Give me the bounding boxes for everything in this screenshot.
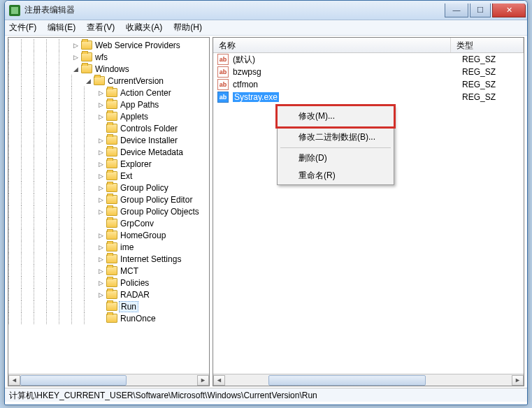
registry-tree[interactable]: ▷Web Service Providers▷wfs◢Windows◢Curre… (8, 38, 209, 374)
scroll-left-icon[interactable]: ◄ (8, 375, 20, 386)
expand-icon[interactable]: ▷ (96, 89, 105, 97)
ctx-delete[interactable]: 删除(D) (278, 150, 394, 167)
ctx-modify-binary[interactable]: 修改二进制数据(B)... (278, 129, 394, 146)
menu-edit[interactable]: 编辑(E) (48, 22, 76, 34)
expand-icon[interactable]: ▷ (96, 112, 105, 121)
list-pane: 名称 类型 ab(默认)REG_SZabbzwpsgREG_SZabctfmon… (213, 37, 524, 386)
tree-item[interactable]: ▷MCT (8, 265, 209, 277)
expand-icon[interactable]: ▷ (96, 255, 105, 263)
minimize-button[interactable]: — (445, 3, 468, 17)
tree-hscroll[interactable]: ◄ ► (8, 374, 209, 386)
expand-icon[interactable] (96, 124, 105, 133)
tree-item[interactable]: ▷Device Installer (8, 134, 209, 146)
close-button[interactable]: ✕ (492, 3, 526, 17)
tree-item[interactable]: ▷Applets (8, 110, 209, 122)
expand-icon[interactable]: ▷ (96, 148, 105, 156)
expand-icon[interactable]: ▷ (96, 231, 105, 240)
string-value-icon: ab (217, 54, 229, 65)
expand-icon[interactable]: ▷ (71, 53, 80, 61)
tree-item[interactable]: ▷Internet Settings (8, 253, 209, 265)
tree-item[interactable]: ▷wfs (8, 51, 209, 63)
scroll-left-icon[interactable]: ◄ (213, 375, 225, 386)
tree-item[interactable]: ▷Ext (8, 170, 209, 182)
expand-icon[interactable]: ▷ (96, 184, 105, 192)
ctx-modify[interactable]: 修改(M)... (275, 104, 396, 129)
col-type[interactable]: 类型 (451, 38, 524, 52)
tree-item[interactable]: ◢CurrentVersion (8, 75, 209, 87)
tree-item[interactable]: GrpConv (8, 217, 209, 229)
value-type: REG_SZ (456, 80, 496, 89)
expand-icon[interactable] (96, 314, 105, 323)
folder-icon (106, 88, 117, 97)
tree-label: Windows (95, 64, 129, 74)
folder-icon (81, 64, 92, 73)
status-bar: 计算机\HKEY_CURRENT_USER\Software\Microsoft… (5, 388, 527, 402)
list-hscroll[interactable]: ◄ ► (213, 374, 524, 386)
tree-item[interactable]: ▷RADAR (8, 289, 209, 300)
tree-label: ime (120, 242, 134, 252)
tree-label: Applets (120, 112, 148, 122)
folder-icon (106, 171, 117, 180)
tree-item[interactable]: ▷Web Service Providers (8, 39, 209, 51)
list-header: 名称 类型 (213, 38, 524, 53)
folder-icon (106, 266, 117, 275)
menu-help[interactable]: 帮助(H) (173, 22, 202, 34)
expand-icon[interactable]: ◢ (84, 77, 92, 85)
expand-icon[interactable]: ▷ (96, 160, 105, 168)
context-menu: 修改(M)... 修改二进制数据(B)... 删除(D) 重命名(R) (277, 105, 394, 185)
folder-icon (81, 52, 92, 61)
tree-item[interactable]: ▷Device Metadata (8, 146, 209, 158)
value-type: REG_SZ (456, 67, 496, 77)
value-row[interactable]: abctfmonREG_SZ (213, 78, 524, 91)
tree-label: Group Policy Objects (120, 207, 199, 217)
folder-icon (106, 302, 117, 311)
expand-icon[interactable]: ▷ (96, 136, 105, 145)
expand-icon[interactable]: ▷ (96, 267, 105, 275)
menu-favorites[interactable]: 收藏夹(A) (126, 22, 162, 34)
tree-label: HomeGroup (120, 231, 166, 240)
tree-item[interactable]: ▷App Paths (8, 99, 209, 110)
value-row[interactable]: abbzwpsgREG_SZ (213, 66, 524, 78)
tree-item[interactable]: ▷Action Center (8, 87, 209, 99)
value-row[interactable]: abSystray.exeREG_SZ (213, 91, 524, 103)
expand-icon[interactable]: ▷ (96, 101, 105, 109)
tree-item[interactable]: ◢Windows (8, 63, 209, 75)
expand-icon[interactable]: ▷ (96, 196, 105, 204)
tree-item[interactable]: Controls Folder (8, 122, 209, 134)
value-row[interactable]: ab(默认)REG_SZ (213, 53, 524, 66)
value-name: (默认) (233, 54, 255, 64)
string-value-icon: ab (217, 66, 229, 78)
tree-item[interactable]: ▷Group Policy Editor (8, 194, 209, 205)
tree-item[interactable]: ▷Explorer (8, 158, 209, 170)
expand-icon[interactable]: ▷ (96, 207, 105, 216)
string-value-icon: ab (217, 92, 229, 103)
expand-icon[interactable]: ▷ (96, 291, 105, 299)
tree-label: Device Installer (120, 136, 178, 145)
tree-item[interactable]: ▷ime (8, 241, 209, 253)
expand-icon[interactable]: ▷ (96, 243, 105, 252)
expand-icon[interactable]: ◢ (71, 65, 80, 73)
tree-item[interactable]: RunOnce (8, 312, 209, 324)
tree-item[interactable]: ▷Group Policy Objects (8, 205, 209, 217)
tree-item[interactable]: ▷Policies (8, 277, 209, 289)
tree-item[interactable]: Run (8, 300, 209, 312)
expand-icon[interactable] (96, 303, 105, 311)
scroll-right-icon[interactable]: ► (512, 375, 524, 386)
tree-item[interactable]: ▷Group Policy (8, 182, 209, 194)
menu-file[interactable]: 文件(F) (9, 22, 36, 34)
scroll-right-icon[interactable]: ► (197, 375, 209, 386)
col-name[interactable]: 名称 (213, 38, 451, 52)
value-list[interactable]: ab(默认)REG_SZabbzwpsgREG_SZabctfmonREG_SZ… (213, 53, 524, 374)
maximize-button[interactable]: ☐ (470, 3, 491, 17)
tree-label: Internet Settings (120, 254, 181, 264)
titlebar[interactable]: 注册表编辑器 — ☐ ✕ (5, 1, 527, 20)
expand-icon[interactable]: ▷ (71, 41, 80, 50)
expand-icon[interactable] (96, 219, 105, 228)
expand-icon[interactable]: ▷ (96, 279, 105, 287)
ctx-rename[interactable]: 重命名(R) (278, 167, 394, 184)
tree-item[interactable]: ▷HomeGroup (8, 229, 209, 241)
tree-label: Group Policy (120, 183, 168, 193)
menu-view[interactable]: 查看(V) (87, 22, 115, 34)
folder-icon (106, 100, 117, 109)
expand-icon[interactable]: ▷ (96, 172, 105, 180)
